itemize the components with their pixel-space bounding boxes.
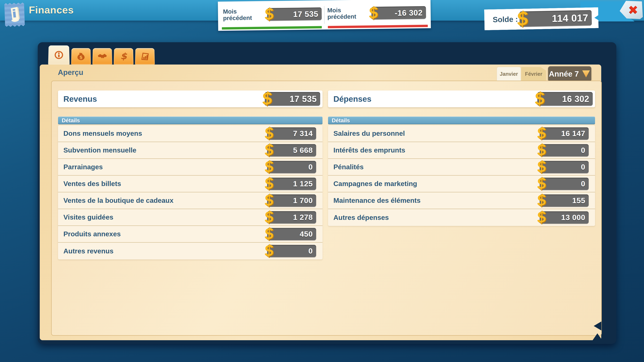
previous-month-income-label: Mois précédent: [223, 8, 252, 21]
panel-title: Aperçu: [58, 68, 83, 77]
year-dropdown-button[interactable]: Année 7: [548, 66, 591, 82]
finance-row: Dons mensuels moyens $7 314: [58, 125, 322, 142]
finance-row: Ventes de la boutique de cadeaux $1 700: [58, 192, 322, 209]
amount-value: 16 147: [561, 129, 589, 138]
amount-pill: $5 668: [267, 144, 316, 157]
details-header: Détails: [58, 116, 322, 124]
dollar-icon: $: [264, 175, 274, 192]
finance-row: Autres dépenses $13 000: [328, 209, 595, 226]
svg-text:$: $: [79, 55, 82, 60]
balance-label: Solde :: [484, 15, 518, 24]
tab-overview[interactable]: [48, 45, 70, 64]
row-label: Ventes des billets: [58, 180, 121, 188]
row-label: Visites guidées: [58, 213, 113, 221]
row-label: Maintenance des éléments: [328, 197, 420, 204]
amount-value: 0: [581, 179, 589, 188]
amount-pill: $13 000: [540, 211, 589, 224]
row-label: Campagnes de marketing: [328, 180, 417, 188]
amount-value: 1 278: [293, 213, 316, 222]
amount-value: 450: [300, 230, 316, 239]
previous-month-expense: Mois précédent $ -16 302: [327, 0, 429, 27]
amount-value: 17 535: [290, 94, 320, 104]
dollar-icon: $: [534, 89, 546, 108]
finance-row: Visites guidées $1 278: [58, 209, 322, 226]
amount-pill: $7 314: [267, 127, 316, 140]
dollar-icon: $: [261, 89, 273, 108]
amount-pill: $155: [540, 194, 589, 207]
balance-pill: $ 114 017: [520, 10, 592, 27]
tab-sponsorships[interactable]: [92, 48, 112, 64]
dollar-icon: $: [536, 209, 547, 226]
chevron-down-icon: [582, 70, 590, 77]
amount-pill: $ 17 535: [265, 92, 320, 106]
dollar-icon: $: [264, 242, 274, 259]
amount-value: 5 668: [293, 146, 316, 155]
dollar-icon: $: [536, 141, 547, 158]
amount-value: -16 302: [394, 8, 426, 17]
tab-strip: $ $: [48, 44, 155, 64]
expenses-column: Dépenses $ 16 302 Détails Salaires du pe…: [328, 90, 595, 226]
amount-value: 0: [308, 247, 316, 255]
row-label: Salaires du personnel: [328, 130, 405, 137]
svg-text:$: $: [120, 52, 128, 61]
overview-panel: Aperçu Janvier Février Année 7 Revenus $…: [40, 64, 601, 340]
amount-value: 16 302: [562, 94, 593, 104]
amount-value: 1 700: [293, 196, 316, 205]
finance-row: Salaires du personnel $16 147: [328, 125, 595, 142]
previous-month-banner: Mois précédent $ 17 535 Mois précédent $…: [218, 0, 431, 31]
amount-value: 1 125: [293, 179, 316, 188]
revenues-rows: Dons mensuels moyens $7 314 Subvention m…: [58, 125, 322, 259]
details-header: Détails: [328, 116, 595, 124]
dollar-icon: $: [536, 192, 547, 209]
amount-value: 0: [581, 146, 589, 155]
balance-value: 114 017: [552, 12, 592, 24]
journal-book-icon: [8, 5, 22, 24]
close-x-icon: [628, 4, 638, 15]
money-bag-icon: $: [76, 52, 86, 61]
dollar-icon: $: [516, 8, 529, 29]
finance-details-panel: Revenus $ 17 535 Détails Dons mensuels m…: [51, 81, 602, 336]
month-button-janvier[interactable]: Janvier: [497, 67, 521, 81]
amount-pill: $1 125: [267, 178, 316, 190]
amount-pill: $0: [267, 161, 316, 173]
finance-row: Ventes des billets $1 125: [58, 176, 322, 192]
revenues-total-card: Revenus $ 17 535: [58, 90, 322, 107]
dollar-icon: $: [264, 192, 274, 209]
row-label: Ventes de la boutique de cadeaux: [58, 197, 174, 204]
amount-pill: $0: [540, 178, 589, 190]
tab-donations[interactable]: $: [71, 48, 91, 64]
row-label: Autres dépenses: [328, 214, 389, 222]
amount-pill: $ -16 302: [371, 6, 426, 19]
row-label: Pénalités: [328, 163, 364, 171]
dollar-icon: $: [264, 158, 274, 175]
dollar-icon: $: [536, 175, 547, 192]
amount-pill: $16 147: [540, 127, 589, 140]
amount-value: 13 000: [561, 213, 589, 222]
finance-row: Produits annexes $450: [58, 226, 322, 243]
window-title: Finances: [29, 0, 74, 21]
month-button-fevrier[interactable]: Février: [521, 67, 546, 81]
screen: Finances Mois précédent $ 17 535 Mois pr…: [0, 0, 644, 362]
finance-row: Campagnes de marketing $0: [328, 176, 595, 192]
amount-pill: $1 278: [267, 211, 316, 224]
finance-row: Subvention mensuelle $5 668: [58, 142, 322, 159]
finances-window: $ $: [38, 42, 616, 344]
amount-value: 0: [308, 163, 316, 171]
amount-pill: $0: [540, 161, 589, 173]
dollar-icon: $: [536, 125, 547, 141]
tab-reports[interactable]: [135, 48, 155, 64]
finances-journal-icon: [4, 2, 25, 28]
row-label: Autres revenus: [58, 247, 114, 255]
amount-pill: $ 16 302: [537, 92, 593, 106]
revenues-column: Revenus $ 17 535 Détails Dons mensuels m…: [58, 90, 322, 259]
handshake-icon: [98, 52, 107, 61]
tab-finance[interactable]: $: [114, 48, 134, 64]
dollar-icon: $: [536, 158, 547, 175]
amount-value: 17 535: [293, 9, 322, 19]
dollar-icon: $: [264, 125, 274, 141]
previous-month-income: Mois précédent $ 17 535: [223, 0, 324, 28]
finance-row: Intérêts des emprunts $0: [328, 142, 595, 159]
amount-value: 7 314: [293, 129, 316, 138]
finance-row: Pénalités $0: [328, 159, 595, 176]
dollar-icon: $: [119, 52, 128, 61]
